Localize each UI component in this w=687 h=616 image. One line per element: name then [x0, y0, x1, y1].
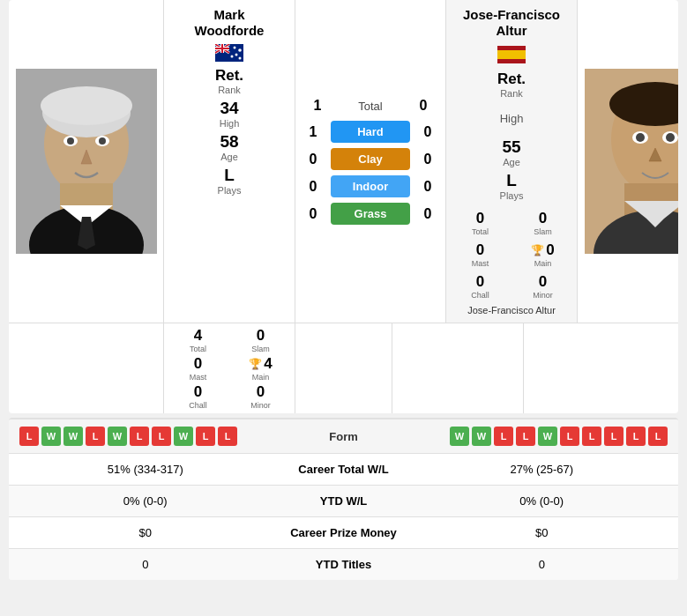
grass-badge: Grass — [331, 203, 410, 225]
form-badge: W — [472, 427, 491, 446]
right-rank-stat: Ret. Rank — [497, 71, 526, 99]
svg-point-46 — [231, 56, 234, 58]
prize-label: Career Prize Money — [265, 526, 423, 539]
lb-minor: 0 Minor — [230, 383, 291, 410]
form-badge: W — [174, 427, 193, 446]
right-plays-stat: L Plays — [500, 171, 524, 201]
right-photo-container — [578, 0, 678, 323]
career-wl-left: 51% (334-317) — [26, 463, 265, 476]
form-row: LWWLWLLWLL Form WWLLWLLLLL — [9, 419, 678, 454]
form-badge: L — [626, 427, 646, 446]
grass-score-right: 0 — [419, 206, 437, 222]
right-slam-cell: 0 Slam — [512, 208, 573, 238]
form-badge: W — [450, 427, 469, 446]
svg-point-32 — [67, 137, 74, 145]
left-form: LWWLWLLWLL — [19, 427, 282, 446]
ytd-wl-label: YTD W/L — [265, 494, 423, 508]
indoor-score-right: 0 — [419, 179, 437, 195]
hard-score-right: 0 — [419, 124, 437, 140]
right-player-avatar — [585, 69, 679, 254]
hard-score-left: 1 — [304, 124, 322, 140]
right-form: WWLLWLLLLL — [406, 427, 668, 446]
lb-main: 🏆 4 Main — [230, 355, 291, 382]
titles-left: 0 — [26, 558, 265, 571]
form-label: Form — [282, 430, 406, 443]
left-player-name-top: Mark Woodforde — [195, 7, 265, 39]
clay-score-right: 0 — [419, 152, 437, 167]
prize-right: $0 — [423, 526, 661, 539]
total-score-left: 1 — [309, 98, 326, 114]
left-rank-stat: Ret. Rank — [215, 67, 243, 95]
esp-flag-svg — [497, 46, 526, 63]
form-badge: L — [86, 427, 105, 446]
right-high-stat: High — [500, 102, 524, 134]
lb-slam: 0 Slam — [230, 327, 291, 353]
svg-point-44 — [238, 48, 242, 52]
right-title-grid: 0 Total 0 Slam 0 Mast 🏆 0 Main — [450, 208, 573, 301]
right-player-name-below: Jose-Francisco Altur — [467, 305, 556, 315]
career-wl-label: Career Total W/L — [265, 463, 423, 476]
svg-point-47 — [239, 57, 242, 60]
left-title-grid-bottom: 4 Total 0 Slam 0 Mast 🏆 4 Main 0 Chall — [163, 323, 295, 413]
form-badge: W — [63, 427, 83, 446]
form-badge: W — [108, 427, 127, 446]
svg-rect-49 — [497, 50, 526, 59]
right-stats-panel: Jose-Francisco Altur Ret. Rank High 55 A… — [445, 0, 578, 323]
titles-right: 0 — [423, 558, 661, 571]
svg-point-33 — [99, 137, 106, 145]
form-badge: L — [648, 427, 668, 446]
right-mast-cell: 0 Mast — [450, 240, 511, 270]
form-badge: L — [582, 427, 601, 446]
left-plays-stat: L Plays — [218, 166, 242, 196]
form-badge: L — [494, 427, 513, 446]
clay-badge: Clay — [331, 148, 410, 170]
ytd-wl-row: 0% (0-0) YTD W/L 0% (0-0) — [9, 486, 678, 517]
left-photo-container — [9, 0, 163, 323]
clay-surface-row: 0 Clay 0 — [304, 148, 437, 170]
right-minor-cell: 0 Minor — [512, 271, 573, 301]
titles-row: 0 YTD Titles 0 — [9, 549, 678, 580]
form-badge: L — [516, 427, 535, 446]
svg-point-43 — [234, 47, 236, 49]
lb-mast: 0 Mast — [168, 355, 228, 382]
form-badge: W — [538, 427, 557, 446]
grass-surface-row: 0 Grass 0 — [304, 203, 437, 225]
hard-surface-row: 1 Hard 0 — [304, 121, 437, 143]
svg-point-58 — [666, 133, 675, 142]
form-badge: L — [604, 427, 624, 446]
bottom-inner-row: 4 Total 0 Slam 0 Mast 🏆 4 Main 0 Chall — [9, 323, 678, 413]
svg-point-45 — [235, 54, 238, 56]
prize-row: $0 Career Prize Money $0 — [9, 517, 678, 549]
svg-point-27 — [41, 86, 132, 125]
right-trophy-icon2: 🏆 — [531, 244, 544, 256]
svg-point-57 — [636, 133, 645, 142]
form-badge: L — [196, 427, 215, 446]
right-chall-cell: 0 Chall — [450, 271, 511, 301]
total-surface-row: 1 Total 0 — [309, 98, 432, 114]
left-player-avatar — [16, 69, 157, 254]
left-high-stat: 34 High — [220, 99, 240, 129]
indoor-score-left: 0 — [304, 179, 322, 195]
left-age-stat: 58 Age — [220, 132, 238, 162]
form-badge: L — [130, 427, 149, 446]
indoor-surface-row: 0 Indoor 0 — [304, 175, 437, 197]
grass-score-left: 0 — [304, 206, 322, 222]
left-trophy-icon2: 🏆 — [249, 358, 262, 370]
prize-left: $0 — [26, 526, 265, 539]
ytd-wl-left: 0% (0-0) — [26, 494, 265, 508]
aus-flag-svg — [215, 44, 243, 62]
career-wl-right: 27% (25-67) — [423, 463, 661, 476]
indoor-badge: Indoor — [331, 175, 410, 197]
form-badge: L — [152, 427, 171, 446]
right-age-stat: 55 Age — [502, 137, 520, 167]
form-badge: L — [218, 427, 237, 446]
right-total-cell: 0 Total — [450, 208, 511, 238]
hard-badge: Hard — [331, 121, 410, 143]
left-stats-panel: Mark Woodforde Ret. — [163, 0, 295, 323]
career-wl-row: 51% (334-317) Career Total W/L 27% (25-6… — [9, 454, 678, 486]
lb-chall: 0 Chall — [168, 383, 228, 410]
form-badge: W — [41, 427, 61, 446]
bottom-stats-section: LWWLWLLWLL Form WWLLWLLLLL 51% (334-317)… — [9, 418, 678, 580]
lb-total: 4 Total — [168, 327, 228, 353]
clay-score-left: 0 — [304, 152, 322, 167]
